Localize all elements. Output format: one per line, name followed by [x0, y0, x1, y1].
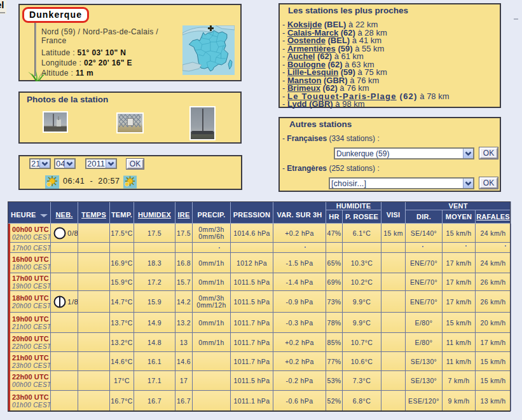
svg-text:0/8: 0/8	[67, 229, 78, 237]
svg-text:1/8: 1/8	[67, 298, 78, 306]
